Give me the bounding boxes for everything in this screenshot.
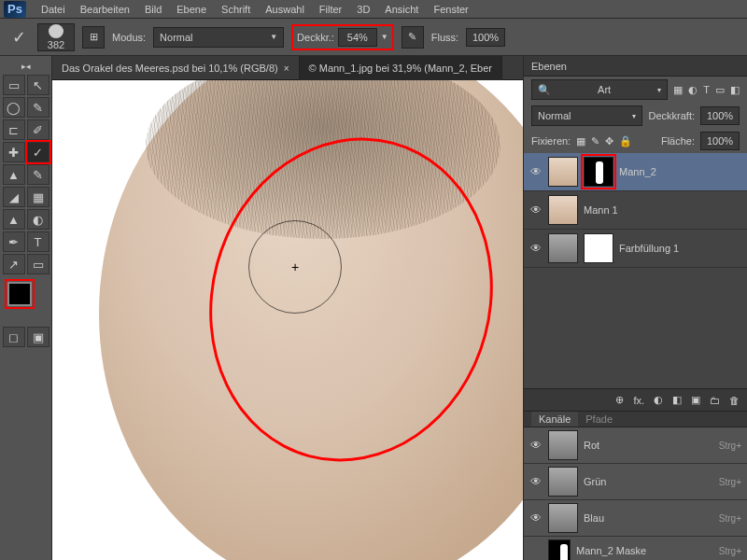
- menu-ansicht[interactable]: Ansicht: [377, 0, 426, 19]
- layer-row[interactable]: 👁 Mann 1: [524, 191, 747, 230]
- fill-input[interactable]: 100%: [700, 132, 740, 150]
- crop-tool[interactable]: ⊏: [3, 119, 25, 140]
- lock-label: Fixieren:: [531, 135, 571, 147]
- menu-datei[interactable]: Datei: [34, 0, 73, 19]
- lock-icons[interactable]: ▦✎✥🔒: [576, 135, 632, 147]
- tab-label: Das Orakel des Meeres.psd bei 10,1% (RGB…: [62, 63, 278, 74]
- channel-row[interactable]: 👁GrünStrg+: [524, 464, 747, 500]
- channel-name: Rot: [584, 440, 599, 451]
- channel-name: Grün: [584, 476, 606, 487]
- filter-shape-icon: ▭: [715, 84, 725, 96]
- filter-icons[interactable]: ▦◐T▭◧: [673, 84, 740, 96]
- layer-mask-thumbnail[interactable]: [584, 233, 613, 263]
- layer-opacity-input[interactable]: 100%: [700, 106, 740, 125]
- channel-shortcut: Strg+: [719, 546, 741, 556]
- menu-fenster[interactable]: Fenster: [426, 0, 475, 19]
- menu-auswahl[interactable]: Auswahl: [258, 0, 312, 19]
- menu-bearbeiten[interactable]: Bearbeiten: [73, 0, 137, 19]
- layer-mask-thumbnail[interactable]: [584, 157, 613, 187]
- delete-icon[interactable]: 🗑: [729, 395, 740, 406]
- layer-thumbnail[interactable]: [548, 157, 578, 187]
- new-layer-icon[interactable]: 🗀: [710, 395, 720, 406]
- channel-row[interactable]: Mann_2 MaskeStrg+: [524, 537, 747, 560]
- toolbox: ▸◂ ▭↖ ◯✎ ⊏✐ ✚✓ ▲✎ ◢▦ ▲◐ ✒T ↗▭ ◻▣: [0, 56, 52, 560]
- opacity-control-highlight: Deckkr.: 54% ▼: [291, 24, 394, 50]
- eraser-tool[interactable]: ◢: [3, 187, 25, 207]
- layer-blend-dropdown[interactable]: Normal▾: [531, 105, 642, 126]
- channels-tab[interactable]: Kanäle: [531, 412, 578, 427]
- visibility-icon[interactable]: 👁: [529, 165, 543, 178]
- toolbox-grip-icon[interactable]: ▸◂: [21, 62, 31, 71]
- path-tool[interactable]: ↗: [3, 254, 25, 274]
- flow-label: Fluss:: [431, 32, 458, 43]
- layer-name[interactable]: Mann_2: [619, 166, 741, 177]
- heal-tool[interactable]: ✚: [3, 142, 25, 162]
- brush-preset-picker[interactable]: 382: [37, 23, 75, 51]
- channel-row[interactable]: 👁BlauStrg+: [524, 500, 747, 537]
- menubar: Ps Datei Bearbeiten Bild Ebene Schrift A…: [0, 0, 747, 19]
- flow-input[interactable]: 100%: [466, 28, 505, 47]
- lasso-tool[interactable]: ◯: [3, 97, 25, 118]
- pressure-opacity-icon[interactable]: ✎: [402, 26, 424, 49]
- visibility-icon[interactable]: 👁: [529, 242, 543, 255]
- quickmask-tool[interactable]: ◻: [3, 327, 25, 347]
- paths-tab[interactable]: Pfade: [578, 412, 620, 427]
- lock-pixels-icon: ✎: [591, 135, 599, 147]
- layer-name[interactable]: Farbfüllung 1: [619, 243, 741, 254]
- foreground-color-swatch[interactable]: [7, 282, 32, 306]
- pen-tool[interactable]: ✒: [3, 231, 25, 252]
- layer-row[interactable]: 👁 Mann_2: [524, 153, 747, 191]
- blur-tool[interactable]: ▲: [3, 209, 25, 230]
- move-tool[interactable]: ▭: [3, 75, 25, 95]
- brush-tool[interactable]: ✓: [27, 142, 49, 162]
- layers-panel-tab[interactable]: Ebenen: [524, 56, 747, 77]
- channels-panel: Kanäle Pfade 👁RotStrg+ 👁GrünStrg+ 👁BlauS…: [524, 411, 747, 560]
- right-panels: Ebenen 🔍Art▾ ▦◐T▭◧ Normal▾ Deckkraft: 10…: [523, 56, 747, 560]
- visibility-icon[interactable]: 👁: [529, 475, 543, 488]
- layer-thumbnail[interactable]: [548, 195, 578, 225]
- document-tab-2[interactable]: © Mann_1.jpg bei 31,9% (Mann_2, Eber: [300, 56, 502, 80]
- visibility-icon[interactable]: 👁: [529, 511, 543, 525]
- stamp-tool[interactable]: ▲: [3, 164, 25, 185]
- link-icon[interactable]: ⊕: [615, 394, 624, 406]
- chevron-down-icon[interactable]: ▼: [381, 33, 388, 41]
- menu-schrift[interactable]: Schrift: [214, 0, 258, 19]
- visibility-icon[interactable]: 👁: [529, 203, 543, 217]
- group-icon[interactable]: ▣: [691, 394, 700, 406]
- filter-value: Art: [598, 84, 611, 95]
- shape-tool[interactable]: ▭: [27, 254, 49, 274]
- channel-name: Mann_2 Maske: [576, 545, 646, 556]
- color-swatches[interactable]: [7, 282, 45, 319]
- arrow-tool[interactable]: ↖: [27, 75, 49, 95]
- visibility-icon[interactable]: 👁: [529, 439, 543, 452]
- eyedropper-tool[interactable]: ✐: [27, 119, 49, 140]
- screenmode-tool[interactable]: ▣: [27, 327, 49, 347]
- channel-shortcut: Strg+: [719, 477, 741, 487]
- fill-label: Fläche:: [661, 135, 695, 147]
- wand-tool[interactable]: ✎: [27, 97, 49, 118]
- menu-ebene[interactable]: Ebene: [169, 0, 214, 19]
- layer-filter-dropdown[interactable]: 🔍Art▾: [531, 79, 668, 100]
- close-tab-icon[interactable]: ×: [284, 63, 289, 74]
- menu-bild[interactable]: Bild: [137, 0, 169, 19]
- fx-icon[interactable]: fx.: [633, 395, 644, 406]
- brush-panel-toggle-icon[interactable]: ⊞: [82, 26, 105, 49]
- blend-mode-dropdown[interactable]: Normal ▼: [153, 27, 284, 48]
- layer-thumbnail[interactable]: [548, 233, 578, 263]
- adjust-icon[interactable]: ◧: [672, 394, 682, 406]
- gradient-tool[interactable]: ▦: [27, 187, 49, 207]
- opacity-input[interactable]: 54%: [338, 28, 377, 47]
- dodge-tool[interactable]: ◐: [27, 209, 49, 230]
- type-tool[interactable]: T: [27, 231, 49, 252]
- layer-row[interactable]: 👁 Farbfüllung 1: [524, 230, 747, 268]
- menu-filter[interactable]: Filter: [312, 0, 349, 19]
- lock-transparent-icon: ▦: [576, 135, 585, 147]
- channel-row[interactable]: 👁RotStrg+: [524, 427, 747, 464]
- filter-type-icon: T: [703, 84, 710, 96]
- history-brush-tool[interactable]: ✎: [27, 164, 49, 185]
- menu-3d[interactable]: 3D: [349, 0, 377, 19]
- canvas[interactable]: [52, 80, 523, 560]
- document-tab-1[interactable]: Das Orakel des Meeres.psd bei 10,1% (RGB…: [52, 56, 300, 80]
- layer-name[interactable]: Mann 1: [584, 204, 741, 216]
- mask-icon[interactable]: ◐: [654, 394, 663, 406]
